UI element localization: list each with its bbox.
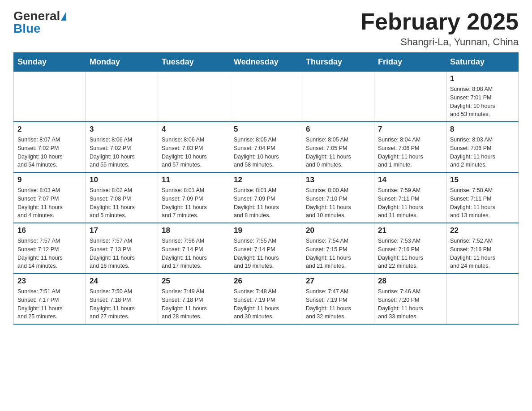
calendar-cell: 14Sunrise: 7:59 AM Sunset: 7:11 PM Dayli… [374,172,446,223]
day-number: 25 [162,277,226,286]
logo-triangle-icon [61,12,66,21]
day-number: 5 [234,125,298,134]
day-number: 28 [378,277,442,286]
calendar-cell: 10Sunrise: 8:02 AM Sunset: 7:08 PM Dayli… [86,172,158,223]
calendar-week-3: 9Sunrise: 8:03 AM Sunset: 7:07 PM Daylig… [14,172,519,223]
day-number: 24 [90,277,154,286]
calendar-subtitle: Shangri-La, Yunnan, China [360,36,519,48]
weekday-header-sunday: Sunday [14,53,86,72]
day-number: 1 [450,74,515,83]
day-number: 6 [306,125,370,134]
calendar-week-2: 2Sunrise: 8:07 AM Sunset: 7:02 PM Daylig… [14,122,519,172]
day-info: Sunrise: 7:54 AM Sunset: 7:15 PM Dayligh… [306,237,370,270]
day-number: 23 [17,277,82,286]
day-info: Sunrise: 7:51 AM Sunset: 7:17 PM Dayligh… [17,287,82,321]
day-info: Sunrise: 8:01 AM Sunset: 7:09 PM Dayligh… [162,186,226,220]
day-info: Sunrise: 8:01 AM Sunset: 7:09 PM Dayligh… [234,186,298,220]
day-number: 27 [306,277,370,286]
day-info: Sunrise: 8:07 AM Sunset: 7:02 PM Dayligh… [17,136,82,169]
calendar-cell: 25Sunrise: 7:49 AM Sunset: 7:18 PM Dayli… [158,274,230,324]
day-number: 10 [90,176,154,184]
day-info: Sunrise: 7:57 AM Sunset: 7:13 PM Dayligh… [90,237,154,270]
calendar-cell: 11Sunrise: 8:01 AM Sunset: 7:09 PM Dayli… [158,172,230,223]
day-info: Sunrise: 8:08 AM Sunset: 7:01 PM Dayligh… [450,85,515,119]
weekday-header-tuesday: Tuesday [158,53,230,72]
weekday-header-saturday: Saturday [446,53,519,72]
calendar-cell: 7Sunrise: 8:04 AM Sunset: 7:06 PM Daylig… [374,122,446,172]
day-number: 22 [450,226,515,235]
day-number: 12 [234,176,298,184]
day-info: Sunrise: 7:58 AM Sunset: 7:11 PM Dayligh… [450,186,515,220]
day-info: Sunrise: 7:46 AM Sunset: 7:20 PM Dayligh… [378,287,442,321]
calendar-cell: 23Sunrise: 7:51 AM Sunset: 7:17 PM Dayli… [14,274,86,324]
calendar-cell: 1Sunrise: 8:08 AM Sunset: 7:01 PM Daylig… [446,72,519,122]
weekday-header-friday: Friday [374,53,446,72]
calendar-cell [14,72,86,122]
calendar-cell: 9Sunrise: 8:03 AM Sunset: 7:07 PM Daylig… [14,172,86,223]
day-info: Sunrise: 7:50 AM Sunset: 7:18 PM Dayligh… [90,287,154,321]
day-info: Sunrise: 8:02 AM Sunset: 7:08 PM Dayligh… [90,186,154,220]
logo: General Blue [13,9,66,36]
day-number: 3 [90,125,154,134]
day-number: 21 [378,226,442,235]
page-header: General Blue February 2025 Shangri-La, Y… [13,9,519,48]
day-info: Sunrise: 7:59 AM Sunset: 7:11 PM Dayligh… [378,186,442,220]
calendar-cell: 17Sunrise: 7:57 AM Sunset: 7:13 PM Dayli… [86,223,158,274]
calendar-cell: 3Sunrise: 8:06 AM Sunset: 7:02 PM Daylig… [86,122,158,172]
day-number: 9 [17,176,82,184]
calendar-cell: 2Sunrise: 8:07 AM Sunset: 7:02 PM Daylig… [14,122,86,172]
day-info: Sunrise: 8:06 AM Sunset: 7:03 PM Dayligh… [162,136,226,169]
calendar-cell: 27Sunrise: 7:47 AM Sunset: 7:19 PM Dayli… [302,274,374,324]
day-number: 26 [234,277,298,286]
calendar-cell: 8Sunrise: 8:03 AM Sunset: 7:06 PM Daylig… [446,122,519,172]
calendar-cell: 6Sunrise: 8:05 AM Sunset: 7:05 PM Daylig… [302,122,374,172]
logo-blue-text: Blue [13,21,41,36]
weekday-header-monday: Monday [86,53,158,72]
day-number: 18 [162,226,226,235]
calendar-cell: 5Sunrise: 8:05 AM Sunset: 7:04 PM Daylig… [230,122,302,172]
day-number: 15 [450,176,515,184]
calendar-cell: 26Sunrise: 7:48 AM Sunset: 7:19 PM Dayli… [230,274,302,324]
day-info: Sunrise: 7:53 AM Sunset: 7:16 PM Dayligh… [378,237,442,270]
day-info: Sunrise: 7:48 AM Sunset: 7:19 PM Dayligh… [234,287,298,321]
weekday-header-row: SundayMondayTuesdayWednesdayThursdayFrid… [14,53,519,72]
title-block: February 2025 Shangri-La, Yunnan, China [360,9,519,48]
day-number: 13 [306,176,370,184]
day-info: Sunrise: 8:04 AM Sunset: 7:06 PM Dayligh… [378,136,442,169]
day-number: 16 [17,226,82,235]
calendar-cell: 15Sunrise: 7:58 AM Sunset: 7:11 PM Dayli… [446,172,519,223]
weekday-header-wednesday: Wednesday [230,53,302,72]
day-info: Sunrise: 8:03 AM Sunset: 7:06 PM Dayligh… [450,136,515,169]
calendar-cell [86,72,158,122]
calendar-title: February 2025 [360,9,519,34]
day-info: Sunrise: 8:03 AM Sunset: 7:07 PM Dayligh… [17,186,82,220]
calendar-cell [446,274,519,324]
calendar-week-5: 23Sunrise: 7:51 AM Sunset: 7:17 PM Dayli… [14,274,519,324]
day-info: Sunrise: 8:00 AM Sunset: 7:10 PM Dayligh… [306,186,370,220]
day-number: 4 [162,125,226,134]
day-info: Sunrise: 8:05 AM Sunset: 7:05 PM Dayligh… [306,136,370,169]
calendar-cell [230,72,302,122]
weekday-header-thursday: Thursday [302,53,374,72]
day-number: 8 [450,125,515,134]
day-number: 19 [234,226,298,235]
calendar-table: SundayMondayTuesdayWednesdayThursdayFrid… [13,52,519,325]
day-info: Sunrise: 7:47 AM Sunset: 7:19 PM Dayligh… [306,287,370,321]
calendar-cell: 21Sunrise: 7:53 AM Sunset: 7:16 PM Dayli… [374,223,446,274]
day-info: Sunrise: 7:56 AM Sunset: 7:14 PM Dayligh… [162,237,226,270]
calendar-cell [302,72,374,122]
calendar-cell: 12Sunrise: 8:01 AM Sunset: 7:09 PM Dayli… [230,172,302,223]
calendar-week-4: 16Sunrise: 7:57 AM Sunset: 7:12 PM Dayli… [14,223,519,274]
calendar-cell: 19Sunrise: 7:55 AM Sunset: 7:14 PM Dayli… [230,223,302,274]
day-number: 2 [17,125,82,134]
calendar-cell: 20Sunrise: 7:54 AM Sunset: 7:15 PM Dayli… [302,223,374,274]
day-number: 17 [90,226,154,235]
day-info: Sunrise: 7:57 AM Sunset: 7:12 PM Dayligh… [17,237,82,270]
calendar-cell [158,72,230,122]
calendar-cell: 18Sunrise: 7:56 AM Sunset: 7:14 PM Dayli… [158,223,230,274]
day-number: 11 [162,176,226,184]
calendar-cell: 22Sunrise: 7:52 AM Sunset: 7:16 PM Dayli… [446,223,519,274]
day-info: Sunrise: 7:49 AM Sunset: 7:18 PM Dayligh… [162,287,226,321]
calendar-cell: 13Sunrise: 8:00 AM Sunset: 7:10 PM Dayli… [302,172,374,223]
day-info: Sunrise: 7:52 AM Sunset: 7:16 PM Dayligh… [450,237,515,270]
